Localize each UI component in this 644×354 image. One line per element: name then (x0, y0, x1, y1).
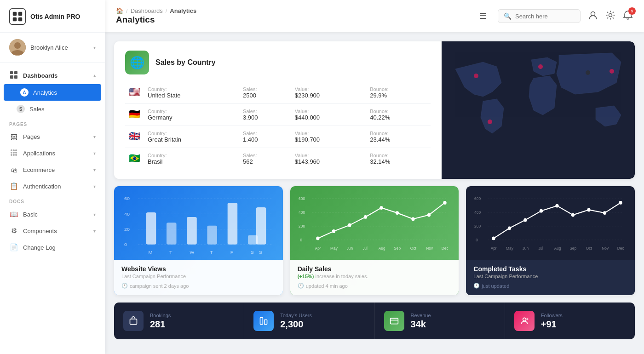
menu-icon[interactable]: ☰ (479, 11, 487, 21)
dashboards-icon (9, 71, 18, 80)
sidebar-item-components[interactable]: ⚙ Components ▾ (0, 223, 105, 239)
stats-row: Bookings 281 Today's Users 2,300 Revenue… (114, 303, 635, 339)
svg-point-25 (610, 69, 614, 74)
svg-text:Aug: Aug (378, 246, 385, 251)
sidebar-item-analytics[interactable]: A Analytics (4, 84, 101, 101)
svg-text:200: 200 (474, 224, 481, 228)
daily-sales-sub: (+15%) increase in today sales. (298, 274, 452, 279)
svg-text:Jul: Jul (362, 246, 368, 251)
sidebar-item-pages[interactable]: 🖼 Pages ▾ (0, 129, 105, 145)
avatar (9, 39, 26, 56)
completed-tasks-footer: Completed Tasks Last Campaign Performanc… (466, 260, 635, 295)
website-views-time: 🕐 campaign sent 2 days ago (121, 283, 276, 289)
main-content: 🏠 / Dashboards / Analytics Analytics ☰ 🔍 (105, 0, 644, 354)
table-row: 🇩🇪 Country: Germany Sales: 3.900 Value: … (125, 104, 431, 126)
svg-rect-35 (167, 223, 177, 245)
table-row: 🇧🇷 Country: Brasil Sales: 562 Value: $14… (125, 148, 431, 170)
sales-left: 🌐 Sales by Country 🇺🇸 Country: United St… (114, 41, 442, 179)
svg-point-62 (411, 217, 414, 221)
daily-sales-title: Daily Sales (298, 265, 452, 273)
svg-rect-3 (18, 17, 22, 21)
website-views-footer: Website Views Last Campaign Performance … (114, 260, 283, 295)
svg-point-20 (609, 13, 612, 17)
sales-table: 🇺🇸 Country: United State Sales: 2500 Val… (125, 82, 431, 170)
svg-text:0: 0 (476, 238, 478, 242)
svg-point-63 (427, 213, 431, 217)
website-views-title: Website Views (121, 265, 276, 273)
svg-point-19 (591, 11, 595, 16)
completed-tasks-card: 600 400 200 0 Apr (466, 186, 635, 295)
sidebar-label-pages: Pages (23, 133, 40, 140)
sidebar-item-ecommerce[interactable]: 🛍 Ecommerce ▾ (0, 162, 105, 178)
ecommerce-chevron-icon: ▾ (93, 167, 96, 172)
settings-icon[interactable] (605, 10, 615, 23)
svg-text:600: 600 (474, 196, 481, 201)
svg-rect-101 (260, 318, 263, 325)
svg-text:May: May (330, 246, 338, 251)
svg-point-5 (14, 42, 21, 49)
profile-icon[interactable] (588, 10, 598, 23)
svg-point-59 (363, 215, 367, 219)
stat-value-today-users: 2,300 (280, 319, 312, 330)
breadcrumb-current: Analytics (170, 7, 196, 14)
sidebar-item-basic[interactable]: 📖 Basic ▾ (0, 206, 105, 223)
sidebar-item-dashboards[interactable]: Dashboards ▴ (0, 67, 105, 84)
svg-text:200: 200 (299, 224, 305, 228)
svg-text:F: F (230, 250, 234, 255)
svg-point-86 (556, 204, 559, 208)
svg-rect-8 (10, 75, 13, 79)
svg-text:Aug: Aug (554, 246, 561, 251)
sidebar-item-authentication[interactable]: 📋 Authentication ▾ (0, 178, 105, 194)
logo-text: Otis Admin PRO (30, 13, 80, 20)
sidebar-item-sales[interactable]: S Sales (0, 101, 105, 117)
website-views-chart: 60 40 20 0 M T (114, 186, 283, 260)
sidebar-label-dashboards: Dashboards (23, 72, 58, 79)
svg-text:T: T (169, 250, 172, 255)
sidebar: Otis Admin PRO Brooklyn Alice ▾ Dash (0, 0, 105, 354)
search-icon: 🔍 (504, 12, 512, 20)
svg-text:Sep: Sep (394, 246, 401, 251)
daily-sales-time: 🕐 updated 4 min ago (298, 283, 452, 289)
sidebar-item-applications[interactable]: Applications ▾ (0, 145, 105, 162)
completed-tasks-time: 🕐 just updated (473, 283, 627, 289)
svg-text:W: W (190, 250, 194, 255)
user-profile[interactable]: Brooklyn Alice ▾ (0, 33, 105, 63)
stat-label-revenue: Revenue (411, 313, 431, 318)
home-icon: 🏠 (116, 7, 123, 14)
svg-rect-36 (187, 217, 197, 245)
svg-text:M: M (149, 250, 153, 255)
daily-sales-card: 600 400 200 0 (290, 186, 459, 295)
authentication-icon: 📋 (9, 182, 18, 190)
svg-text:20: 20 (124, 227, 130, 232)
search-input[interactable] (515, 13, 570, 20)
charts-row: 60 40 20 0 M T (114, 186, 635, 295)
svg-text:Jun: Jun (346, 246, 353, 251)
stat-label-followers: Followers (541, 313, 563, 318)
stat-icon-bookings (123, 311, 144, 331)
svg-text:Jun: Jun (523, 246, 529, 251)
svg-rect-2 (13, 17, 17, 21)
header: 🏠 / Dashboards / Analytics Analytics ☰ 🔍 (105, 0, 644, 32)
sidebar-item-changelog[interactable]: 📄 Change Log (0, 239, 105, 256)
sales-header: 🌐 Sales by Country (125, 51, 431, 74)
applications-icon (9, 149, 18, 158)
svg-point-82 (492, 237, 495, 240)
svg-text:60: 60 (124, 196, 130, 201)
svg-point-11 (13, 149, 15, 151)
completed-tasks-sub: Last Campaign Performance (473, 274, 627, 279)
svg-point-17 (13, 154, 15, 156)
svg-point-18 (15, 154, 17, 156)
svg-point-57 (332, 229, 335, 233)
clock-icon-3: 🕐 (473, 283, 480, 289)
notifications-icon[interactable]: 9 (623, 10, 633, 23)
svg-point-13 (11, 152, 12, 154)
sales-icon: 🌐 (125, 51, 149, 74)
stat-today-users: Today's Users 2,300 (244, 303, 374, 339)
world-map-area (442, 41, 635, 179)
svg-point-58 (348, 223, 351, 227)
svg-rect-102 (264, 320, 267, 325)
sidebar-label-basic: Basic (23, 211, 38, 218)
svg-rect-100 (130, 319, 137, 325)
svg-point-23 (586, 70, 590, 75)
sidebar-label-analytics: Analytics (33, 89, 57, 96)
